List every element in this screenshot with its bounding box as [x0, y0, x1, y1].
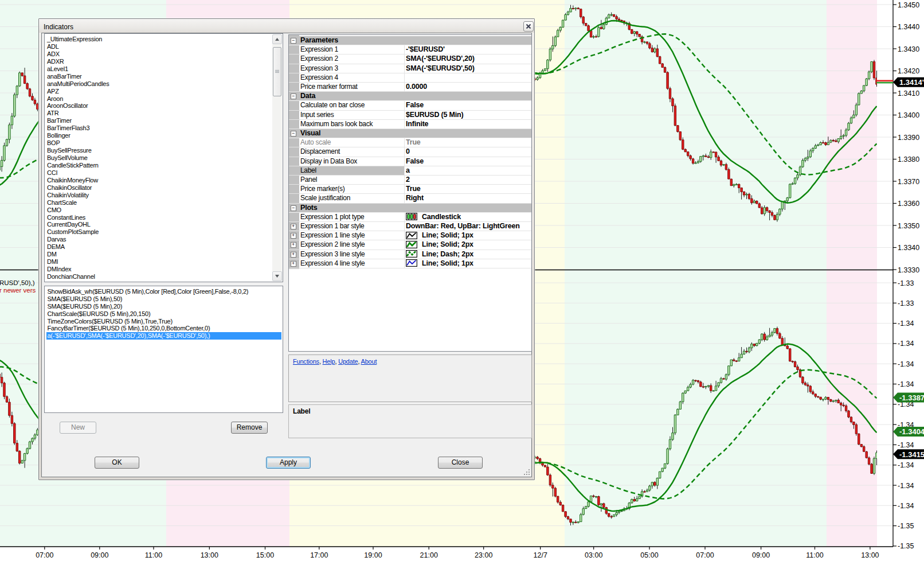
- svg-text:-1.35: -1.35: [898, 522, 914, 530]
- svg-text:11:00: 11:00: [806, 551, 823, 559]
- svg-text:17:00: 17:00: [310, 551, 328, 559]
- svg-text:1.3400: 1.3400: [898, 111, 919, 119]
- svg-text:-1.34: -1.34: [898, 461, 914, 469]
- svg-text:11:00: 11:00: [145, 551, 162, 559]
- svg-text:-1.35: -1.35: [898, 542, 914, 550]
- svg-text:1.3414'0: 1.3414'0: [899, 78, 924, 87]
- svg-text:1.3340: 1.3340: [898, 244, 919, 252]
- svg-text:1.3350: 1.3350: [898, 222, 919, 230]
- svg-text:13:00: 13:00: [201, 551, 218, 559]
- svg-text:-1.3415: -1.3415: [899, 450, 924, 459]
- svg-text:1.3440: 1.3440: [898, 23, 919, 31]
- svg-text:09:00: 09:00: [752, 551, 770, 559]
- svg-text:1.3420: 1.3420: [898, 67, 919, 75]
- svg-text:09:00: 09:00: [91, 551, 108, 559]
- svg-text:1.3380: 1.3380: [898, 155, 919, 163]
- svg-text:-1.3404: -1.3404: [899, 427, 924, 436]
- svg-text:12/7: 12/7: [534, 551, 547, 559]
- svg-text:1.3390: 1.3390: [898, 134, 919, 142]
- svg-text:-1.34: -1.34: [898, 441, 914, 449]
- svg-text:07:00: 07:00: [696, 551, 714, 559]
- svg-text:07:00: 07:00: [36, 551, 53, 559]
- svg-text:1.3430: 1.3430: [898, 45, 919, 53]
- svg-text:-1.34: -1.34: [898, 320, 914, 328]
- svg-text:RUSD',50),): RUSD',50),): [0, 279, 35, 286]
- svg-text:-1.34: -1.34: [898, 482, 914, 490]
- svg-text:-1.34: -1.34: [898, 502, 914, 510]
- svg-text:1.3330: 1.3330: [898, 266, 919, 274]
- svg-text:21:00: 21:00: [420, 551, 438, 559]
- svg-text:15:00: 15:00: [256, 551, 274, 559]
- svg-text:-1.34: -1.34: [898, 360, 914, 368]
- svg-text:13:00: 13:00: [861, 551, 879, 559]
- svg-text:-1.34: -1.34: [898, 340, 914, 348]
- svg-text:19:00: 19:00: [364, 551, 382, 559]
- svg-text:-1.33: -1.33: [898, 279, 914, 287]
- svg-text:1.3360: 1.3360: [898, 200, 919, 208]
- svg-text:05:00: 05:00: [640, 551, 658, 559]
- svg-text:03:00: 03:00: [585, 551, 602, 559]
- svg-text:1.3410: 1.3410: [898, 89, 919, 98]
- svg-text:1.3450: 1.3450: [898, 1, 919, 9]
- svg-text:-1.3387: -1.3387: [899, 394, 924, 402]
- svg-text:23:00: 23:00: [475, 551, 492, 559]
- svg-text:-1.34: -1.34: [898, 380, 914, 388]
- svg-text:1.3370: 1.3370: [898, 178, 919, 186]
- svg-text:-1.33: -1.33: [898, 299, 914, 307]
- svg-text:r newer vers: r newer vers: [0, 287, 36, 294]
